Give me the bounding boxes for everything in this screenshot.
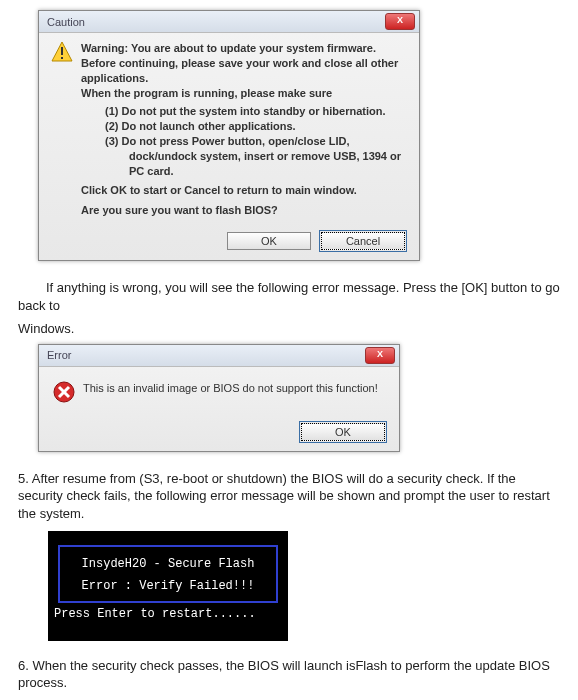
list-item-6: 6. When the security check passes, the B… xyxy=(18,657,560,692)
list-item-5: 5. After resume from (S3, re-boot or shu… xyxy=(18,470,560,523)
ok-button[interactable]: OK xyxy=(227,232,311,250)
svg-rect-2 xyxy=(61,57,63,59)
caution-dialog: Caution X Warning: You are about to upda… xyxy=(38,10,420,261)
paragraph-error-intro-b: Windows. xyxy=(18,320,560,338)
error-title: Error xyxy=(47,349,71,361)
caution-bullet: (3) Do not press Power button, open/clos… xyxy=(105,134,407,179)
caution-bullet: (1) Do not put the system into standby o… xyxy=(105,104,407,119)
ok-button[interactable]: OK xyxy=(301,423,385,441)
error-titlebar: Error X xyxy=(39,345,399,367)
caution-body: Warning: You are about to update your sy… xyxy=(39,33,419,228)
error-body: This is an invalid image or BIOS do not … xyxy=(39,367,399,419)
caution-buttons: OK Cancel xyxy=(39,228,419,260)
caution-title: Caution xyxy=(47,16,85,28)
bios-console-title: InsydeH20 - Secure Flash xyxy=(66,557,270,571)
paragraph-error-intro-a: If anything is wrong, you will see the f… xyxy=(18,279,560,314)
caution-line: Before continuing, please save your work… xyxy=(81,56,407,86)
caution-text: Warning: You are about to update your sy… xyxy=(81,41,407,218)
bios-console: InsydeH20 - Secure Flash Error : Verify … xyxy=(48,531,288,641)
close-icon[interactable]: X xyxy=(365,347,395,364)
caution-line: When the program is running, please make… xyxy=(81,86,407,101)
error-icon xyxy=(53,381,75,403)
error-message: This is an invalid image or BIOS do not … xyxy=(83,381,387,396)
error-dialog: Error X This is an invalid image or BIOS… xyxy=(38,344,400,452)
caution-line: Are you sure you want to flash BIOS? xyxy=(81,203,407,218)
cancel-button[interactable]: Cancel xyxy=(321,232,405,250)
close-icon[interactable]: X xyxy=(385,13,415,30)
bios-console-restart: Press Enter to restart...... xyxy=(48,607,288,621)
error-buttons: OK xyxy=(39,419,399,451)
caution-line: Warning: You are about to update your sy… xyxy=(81,41,407,56)
caution-bullet: (2) Do not launch other applications. xyxy=(105,119,407,134)
caution-line: Click OK to start or Cancel to return to… xyxy=(81,183,407,198)
bios-console-box: InsydeH20 - Secure Flash Error : Verify … xyxy=(58,545,278,603)
svg-rect-1 xyxy=(61,47,63,55)
bios-console-error: Error : Verify Failed!!! xyxy=(66,579,270,593)
caution-titlebar: Caution X xyxy=(39,11,419,33)
warning-icon xyxy=(51,41,73,63)
